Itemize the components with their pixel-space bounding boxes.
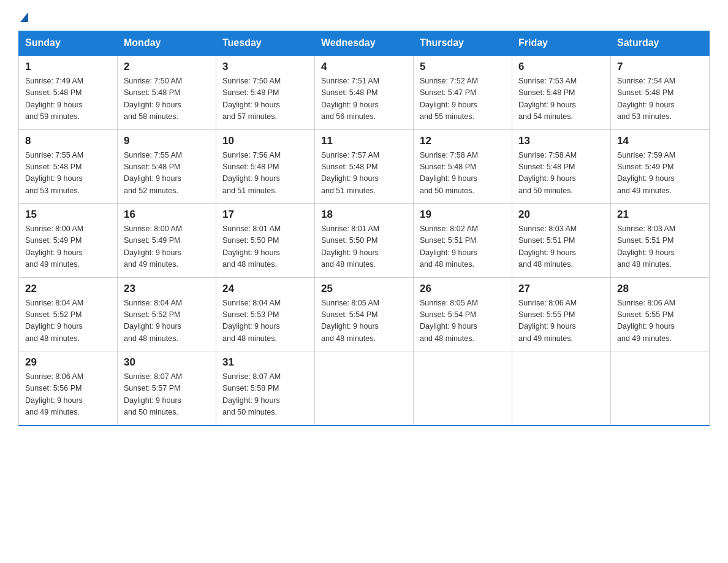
day-number: 9 xyxy=(124,135,210,147)
day-info: Sunrise: 7:56 AMSunset: 5:48 PMDaylight:… xyxy=(222,150,308,197)
day-number: 8 xyxy=(25,135,111,147)
day-info: Sunrise: 7:59 AMSunset: 5:49 PMDaylight:… xyxy=(617,150,703,197)
week-row-5: 29 Sunrise: 8:06 AMSunset: 5:56 PMDaylig… xyxy=(19,351,710,426)
calendar-cell: 6 Sunrise: 7:53 AMSunset: 5:48 PMDayligh… xyxy=(512,55,611,129)
day-number: 22 xyxy=(25,283,111,295)
calendar-cell: 19 Sunrise: 8:02 AMSunset: 5:51 PMDaylig… xyxy=(414,204,512,278)
calendar-table: SundayMondayTuesdayWednesdayThursdayFrid… xyxy=(18,31,710,426)
day-number: 14 xyxy=(617,135,703,147)
calendar-cell: 26 Sunrise: 8:05 AMSunset: 5:54 PMDaylig… xyxy=(414,277,512,351)
calendar-cell xyxy=(315,351,414,426)
day-info: Sunrise: 8:07 AMSunset: 5:58 PMDaylight:… xyxy=(222,371,308,419)
calendar-cell: 27 Sunrise: 8:06 AMSunset: 5:55 PMDaylig… xyxy=(512,277,611,351)
calendar-cell: 10 Sunrise: 7:56 AMSunset: 5:48 PMDaylig… xyxy=(216,129,315,204)
calendar-cell: 2 Sunrise: 7:50 AMSunset: 5:48 PMDayligh… xyxy=(118,55,216,129)
day-number: 24 xyxy=(222,283,308,295)
day-number: 13 xyxy=(518,135,604,147)
day-number: 27 xyxy=(518,283,604,295)
day-info: Sunrise: 7:51 AMSunset: 5:48 PMDaylight:… xyxy=(321,75,407,123)
calendar-cell: 18 Sunrise: 8:01 AMSunset: 5:50 PMDaylig… xyxy=(315,204,414,278)
day-info: Sunrise: 7:55 AMSunset: 5:48 PMDaylight:… xyxy=(124,150,210,197)
calendar-cell: 12 Sunrise: 7:58 AMSunset: 5:48 PMDaylig… xyxy=(414,129,512,204)
week-row-1: 1 Sunrise: 7:49 AMSunset: 5:48 PMDayligh… xyxy=(19,55,710,129)
day-info: Sunrise: 8:06 AMSunset: 5:55 PMDaylight:… xyxy=(617,297,703,345)
day-info: Sunrise: 8:00 AMSunset: 5:49 PMDaylight:… xyxy=(124,223,210,271)
header-cell-thursday: Thursday xyxy=(414,31,512,56)
day-number: 30 xyxy=(124,356,210,369)
day-info: Sunrise: 7:49 AMSunset: 5:48 PMDaylight:… xyxy=(25,75,111,123)
day-info: Sunrise: 8:04 AMSunset: 5:52 PMDaylight:… xyxy=(25,297,111,345)
day-info: Sunrise: 7:58 AMSunset: 5:48 PMDaylight:… xyxy=(518,150,604,197)
calendar-cell: 17 Sunrise: 8:01 AMSunset: 5:50 PMDaylig… xyxy=(216,204,315,278)
day-info: Sunrise: 8:01 AMSunset: 5:50 PMDaylight:… xyxy=(222,223,308,271)
day-number: 23 xyxy=(124,283,210,295)
day-number: 29 xyxy=(25,356,111,369)
day-number: 16 xyxy=(124,209,210,221)
day-number: 26 xyxy=(420,283,506,295)
header-cell-wednesday: Wednesday xyxy=(315,31,414,56)
calendar-cell: 13 Sunrise: 7:58 AMSunset: 5:48 PMDaylig… xyxy=(512,129,611,204)
calendar-cell xyxy=(611,351,710,426)
calendar-cell xyxy=(414,351,512,426)
week-row-4: 22 Sunrise: 8:04 AMSunset: 5:52 PMDaylig… xyxy=(19,277,710,351)
calendar-cell: 4 Sunrise: 7:51 AMSunset: 5:48 PMDayligh… xyxy=(315,55,414,129)
day-number: 4 xyxy=(321,61,407,73)
day-number: 10 xyxy=(222,135,308,147)
day-info: Sunrise: 8:00 AMSunset: 5:49 PMDaylight:… xyxy=(25,223,111,271)
day-number: 2 xyxy=(124,61,210,73)
calendar-header: SundayMondayTuesdayWednesdayThursdayFrid… xyxy=(19,31,710,56)
calendar-cell: 11 Sunrise: 7:57 AMSunset: 5:48 PMDaylig… xyxy=(315,129,414,204)
day-info: Sunrise: 8:04 AMSunset: 5:53 PMDaylight:… xyxy=(222,297,308,345)
day-info: Sunrise: 7:50 AMSunset: 5:48 PMDaylight:… xyxy=(222,75,308,123)
day-number: 7 xyxy=(617,61,703,73)
day-info: Sunrise: 7:58 AMSunset: 5:48 PMDaylight:… xyxy=(420,150,506,197)
header-cell-monday: Monday xyxy=(118,31,216,56)
calendar-cell: 20 Sunrise: 8:03 AMSunset: 5:51 PMDaylig… xyxy=(512,204,611,278)
day-info: Sunrise: 7:54 AMSunset: 5:48 PMDaylight:… xyxy=(617,75,703,123)
day-info: Sunrise: 8:06 AMSunset: 5:55 PMDaylight:… xyxy=(518,297,604,345)
day-number: 12 xyxy=(420,135,506,147)
day-number: 5 xyxy=(420,61,506,73)
day-number: 19 xyxy=(420,209,506,221)
calendar-cell xyxy=(512,351,611,426)
day-number: 28 xyxy=(617,283,703,295)
day-info: Sunrise: 7:53 AMSunset: 5:48 PMDaylight:… xyxy=(518,75,604,123)
day-number: 31 xyxy=(222,356,308,369)
calendar-cell: 5 Sunrise: 7:52 AMSunset: 5:47 PMDayligh… xyxy=(414,55,512,129)
day-number: 21 xyxy=(617,209,703,221)
day-info: Sunrise: 8:02 AMSunset: 5:51 PMDaylight:… xyxy=(420,223,506,271)
day-number: 25 xyxy=(321,283,407,295)
week-row-3: 15 Sunrise: 8:00 AMSunset: 5:49 PMDaylig… xyxy=(19,204,710,278)
day-number: 1 xyxy=(25,61,111,73)
day-number: 15 xyxy=(25,209,111,221)
calendar-cell: 21 Sunrise: 8:03 AMSunset: 5:51 PMDaylig… xyxy=(611,204,710,278)
calendar-cell: 29 Sunrise: 8:06 AMSunset: 5:56 PMDaylig… xyxy=(19,351,118,426)
day-info: Sunrise: 8:05 AMSunset: 5:54 PMDaylight:… xyxy=(321,297,407,345)
day-info: Sunrise: 7:50 AMSunset: 5:48 PMDaylight:… xyxy=(124,75,210,123)
day-number: 20 xyxy=(518,209,604,221)
day-info: Sunrise: 8:07 AMSunset: 5:57 PMDaylight:… xyxy=(124,371,210,419)
day-number: 11 xyxy=(321,135,407,147)
header-cell-saturday: Saturday xyxy=(611,31,710,56)
day-info: Sunrise: 8:05 AMSunset: 5:54 PMDaylight:… xyxy=(420,297,506,345)
calendar-cell: 30 Sunrise: 8:07 AMSunset: 5:57 PMDaylig… xyxy=(118,351,216,426)
calendar-cell: 14 Sunrise: 7:59 AMSunset: 5:49 PMDaylig… xyxy=(611,129,710,204)
header-cell-tuesday: Tuesday xyxy=(216,31,315,56)
page-header xyxy=(18,12,710,20)
calendar-cell: 28 Sunrise: 8:06 AMSunset: 5:55 PMDaylig… xyxy=(611,277,710,351)
calendar-cell: 24 Sunrise: 8:04 AMSunset: 5:53 PMDaylig… xyxy=(216,277,315,351)
calendar-cell: 8 Sunrise: 7:55 AMSunset: 5:48 PMDayligh… xyxy=(19,129,118,204)
logo xyxy=(18,12,28,20)
day-info: Sunrise: 8:04 AMSunset: 5:52 PMDaylight:… xyxy=(124,297,210,345)
calendar-cell: 1 Sunrise: 7:49 AMSunset: 5:48 PMDayligh… xyxy=(19,55,118,129)
day-number: 17 xyxy=(222,209,308,221)
calendar-cell: 23 Sunrise: 8:04 AMSunset: 5:52 PMDaylig… xyxy=(118,277,216,351)
calendar-cell: 9 Sunrise: 7:55 AMSunset: 5:48 PMDayligh… xyxy=(118,129,216,204)
day-number: 18 xyxy=(321,209,407,221)
calendar-body: 1 Sunrise: 7:49 AMSunset: 5:48 PMDayligh… xyxy=(19,55,710,426)
calendar-cell: 31 Sunrise: 8:07 AMSunset: 5:58 PMDaylig… xyxy=(216,351,315,426)
day-info: Sunrise: 8:03 AMSunset: 5:51 PMDaylight:… xyxy=(617,223,703,271)
calendar-cell: 3 Sunrise: 7:50 AMSunset: 5:48 PMDayligh… xyxy=(216,55,315,129)
day-info: Sunrise: 7:55 AMSunset: 5:48 PMDaylight:… xyxy=(25,150,111,197)
day-info: Sunrise: 7:57 AMSunset: 5:48 PMDaylight:… xyxy=(321,150,407,197)
